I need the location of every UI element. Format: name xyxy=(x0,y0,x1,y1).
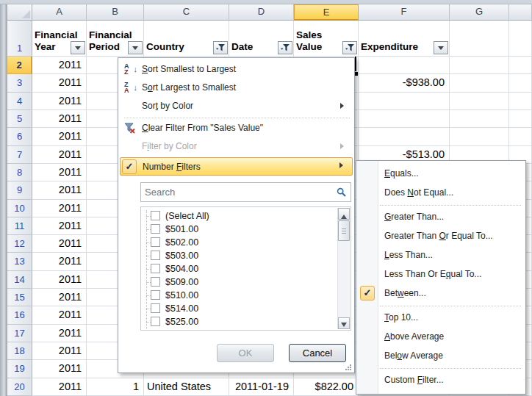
scroll-up-button[interactable] xyxy=(338,208,350,220)
cell-F4[interactable] xyxy=(359,93,450,110)
column-header-F[interactable]: F xyxy=(359,4,450,21)
row-header-6[interactable]: 6 xyxy=(7,128,32,145)
cell-A14[interactable]: 2011 xyxy=(32,271,87,289)
row-header-13[interactable]: 13 xyxy=(7,253,32,270)
list-item-partial[interactable] xyxy=(141,328,325,331)
cell-A9[interactable]: 2011 xyxy=(32,181,87,199)
list-item-503-00[interactable]: $503.00 xyxy=(141,249,325,262)
cell-H5[interactable] xyxy=(509,110,532,128)
cell-A2[interactable]: 2011 xyxy=(32,57,87,74)
cell-H6[interactable] xyxy=(509,128,532,145)
row-header-1[interactable]: 1 xyxy=(7,21,32,57)
cell-G2[interactable] xyxy=(450,57,509,74)
cell-H3[interactable] xyxy=(509,74,532,92)
cell-A4[interactable]: 2011 xyxy=(32,93,87,110)
ok-button[interactable]: OK xyxy=(217,344,274,362)
checkbox[interactable] xyxy=(151,237,160,247)
cell-G1[interactable] xyxy=(450,21,509,57)
cell-A16[interactable]: 2011 xyxy=(32,306,87,324)
submenu-item-less-than[interactable]: Less Than... xyxy=(358,247,525,263)
cell-F6[interactable] xyxy=(359,128,450,145)
cell-A6[interactable]: 2011 xyxy=(32,128,87,145)
submenu-item-less-than-or-equal-to[interactable]: Less Than Or Equal To... xyxy=(358,266,525,282)
checkbox[interactable] xyxy=(151,290,160,300)
select-all-corner[interactable] xyxy=(7,4,32,21)
menu-item-sort-largest-to-smallest[interactable]: ZA↓Sort Largest to Smallest xyxy=(120,80,353,96)
header-cell-financial-period[interactable]: Financial Period xyxy=(87,21,144,57)
list-scrollbar[interactable] xyxy=(337,208,350,329)
cell-A10[interactable]: 2011 xyxy=(32,200,87,217)
cell-F5[interactable] xyxy=(359,110,450,128)
checkbox[interactable] xyxy=(151,330,160,331)
cell-B20[interactable]: 1 xyxy=(87,378,144,396)
list-item-510-00[interactable]: $510.00 xyxy=(141,289,325,302)
cell-F2[interactable] xyxy=(359,57,450,74)
row-header-7[interactable]: 7 xyxy=(7,146,32,164)
cell-H1[interactable] xyxy=(509,21,532,57)
submenu-item-does-not-equal[interactable]: Does Not Equal... xyxy=(358,184,525,201)
cell-A11[interactable]: 2011 xyxy=(32,217,87,235)
menu-item-clear-filter-from-sales-value[interactable]: Clear Filter From "Sales Value" xyxy=(120,120,353,136)
submenu-item-equals[interactable]: Equals... xyxy=(358,165,525,181)
filter-button-sales-value[interactable] xyxy=(342,41,357,54)
list-item-502-00[interactable]: $502.00 xyxy=(141,236,325,249)
column-header-A[interactable]: A xyxy=(32,4,87,21)
row-header-4[interactable]: 4 xyxy=(7,93,32,110)
cell-A3[interactable]: 2011 xyxy=(32,74,87,92)
checkbox[interactable] xyxy=(151,251,160,260)
cancel-button[interactable]: Cancel xyxy=(289,344,346,362)
list-item-514-00[interactable]: $514.00 xyxy=(141,302,325,315)
submenu-item-custom-filter[interactable]: Custom Filter... xyxy=(358,372,525,388)
cell-A17[interactable]: 2011 xyxy=(32,325,87,342)
cell-A13[interactable]: 2011 xyxy=(32,253,87,270)
scroll-thumb[interactable] xyxy=(338,220,350,241)
header-cell-country[interactable]: Country xyxy=(144,21,229,57)
cell-C20[interactable]: United States xyxy=(144,378,229,396)
cell-A20[interactable]: 2011 xyxy=(32,378,87,396)
cell-A15[interactable]: 2011 xyxy=(32,289,87,306)
cell-H2[interactable] xyxy=(509,57,532,74)
resize-grip-icon[interactable] xyxy=(344,363,353,372)
row-header-18[interactable]: 18 xyxy=(7,342,32,360)
cell-G3[interactable] xyxy=(450,74,509,92)
scroll-down-button[interactable] xyxy=(338,317,350,329)
row-header-12[interactable]: 12 xyxy=(7,235,32,253)
cell-A18[interactable]: 2011 xyxy=(32,342,87,360)
cell-A8[interactable]: 2011 xyxy=(32,164,87,181)
checkbox[interactable] xyxy=(151,277,160,287)
cell-G5[interactable] xyxy=(450,110,509,128)
cell-A12[interactable]: 2011 xyxy=(32,235,87,253)
list-item-525-00[interactable]: $525.00 xyxy=(141,315,325,328)
cell-E20[interactable]: $822.00 xyxy=(294,378,359,396)
row-header-10[interactable]: 10 xyxy=(7,200,32,217)
menu-item-number-filters[interactable]: ✓Number Filters xyxy=(120,157,353,176)
column-header-D[interactable]: D xyxy=(229,4,294,21)
row-header-8[interactable]: 8 xyxy=(7,164,32,181)
submenu-item-greater-than-or-equal-to[interactable]: Greater Than Or Equal To... xyxy=(358,228,525,244)
search-input[interactable] xyxy=(145,185,328,199)
row-header-2[interactable]: 2 xyxy=(7,57,32,74)
cell-H4[interactable] xyxy=(509,93,532,110)
list-item-501-00[interactable]: $501.00 xyxy=(141,223,325,236)
filter-button-country[interactable] xyxy=(213,41,228,54)
filter-button-date[interactable] xyxy=(278,41,292,54)
filter-button-financial-year[interactable] xyxy=(71,41,85,54)
list-item-select-all[interactable]: (Select All) xyxy=(141,209,325,223)
cell-A7[interactable]: 2011 xyxy=(32,146,87,164)
header-cell-date[interactable]: Date xyxy=(229,21,294,57)
checkbox[interactable] xyxy=(151,317,160,326)
submenu-item-greater-than[interactable]: Greater Than... xyxy=(358,209,525,225)
column-header-G[interactable]: G xyxy=(450,4,509,21)
checkbox[interactable] xyxy=(151,224,160,234)
row-header-15[interactable]: 15 xyxy=(7,289,32,306)
checkbox[interactable] xyxy=(151,303,160,313)
submenu-item-above-average[interactable]: Above Average xyxy=(358,328,525,345)
header-cell-expenditure[interactable]: Expenditure xyxy=(359,21,450,57)
column-header-partial[interactable] xyxy=(509,4,532,21)
cell-D20[interactable]: 2011-01-19 xyxy=(229,378,294,396)
cell-A19[interactable]: 2011 xyxy=(32,360,87,378)
cell-G6[interactable] xyxy=(450,128,509,145)
menu-item-sort-by-color[interactable]: Sort by Color xyxy=(120,98,353,114)
row-header-20[interactable]: 20 xyxy=(7,378,32,396)
column-header-E[interactable]: E xyxy=(294,4,359,21)
